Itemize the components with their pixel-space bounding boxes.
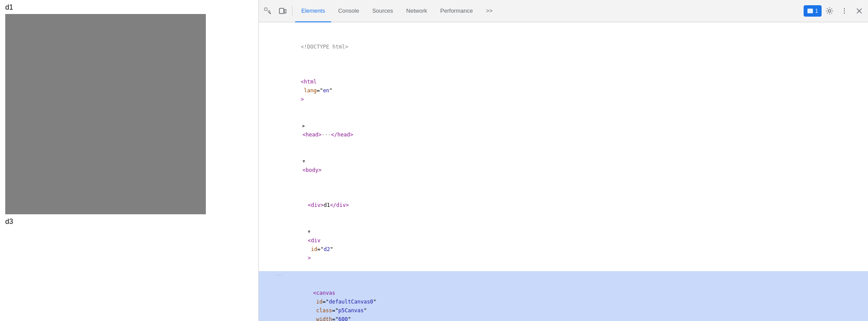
devtools-toolbar: Elements Console Sources Network Perform… — [259, 0, 868, 22]
d3-label: d3 — [5, 218, 253, 226]
body-toggle[interactable] — [303, 157, 309, 166]
page-preview: d1 d3 — [0, 0, 258, 321]
settings-icon[interactable] — [822, 4, 836, 18]
badge-count: 1 — [815, 8, 818, 14]
html-line-doctype[interactable]: <!DOCTYPE html> — [259, 25, 868, 60]
head-toggle[interactable] — [303, 122, 309, 130]
canvas-preview — [5, 14, 206, 214]
close-devtools-icon[interactable] — [852, 4, 866, 18]
notification-badge[interactable]: 1 — [804, 5, 822, 17]
d1-label: d1 — [5, 3, 253, 11]
tab-network[interactable]: Network — [400, 0, 434, 22]
svg-point-6 — [844, 8, 845, 9]
svg-rect-0 — [265, 8, 267, 10]
device-toolbar-icon[interactable] — [275, 4, 289, 18]
tab-performance[interactable]: Performance — [434, 0, 479, 22]
tab-more[interactable]: >> — [480, 0, 499, 22]
html-line-div-d2-open[interactable]: <div id="d2" > — [259, 218, 868, 271]
svg-rect-3 — [808, 9, 813, 13]
devtools-panel: Elements Console Sources Network Perform… — [259, 0, 868, 321]
html-line-canvas[interactable]: ··· <canvas id="defaultCanvas0" class="p… — [259, 271, 868, 321]
elements-panel-content: <!DOCTYPE html> <html lang="en" > <head>… — [259, 22, 868, 321]
html-line-div-d1[interactable]: <div>d1</div> — [259, 183, 868, 218]
html-line-html-open[interactable]: <html lang="en" > — [259, 60, 868, 112]
tab-elements[interactable]: Elements — [295, 0, 331, 22]
svg-rect-2 — [284, 10, 286, 13]
svg-point-7 — [844, 10, 845, 11]
toolbar-divider-1 — [292, 6, 293, 16]
html-line-head[interactable]: <head>···</head> — [259, 112, 868, 148]
svg-point-5 — [828, 10, 831, 12]
toolbar-right: 1 — [804, 4, 866, 18]
svg-rect-1 — [279, 8, 284, 14]
svg-point-8 — [844, 13, 845, 14]
inspect-element-icon[interactable] — [261, 4, 275, 18]
more-options-icon[interactable] — [837, 4, 851, 18]
html-line-body-open[interactable]: <body> — [259, 148, 868, 183]
d2-toggle[interactable] — [308, 227, 314, 236]
tab-sources[interactable]: Sources — [366, 0, 399, 22]
tab-console[interactable]: Console — [332, 0, 365, 22]
